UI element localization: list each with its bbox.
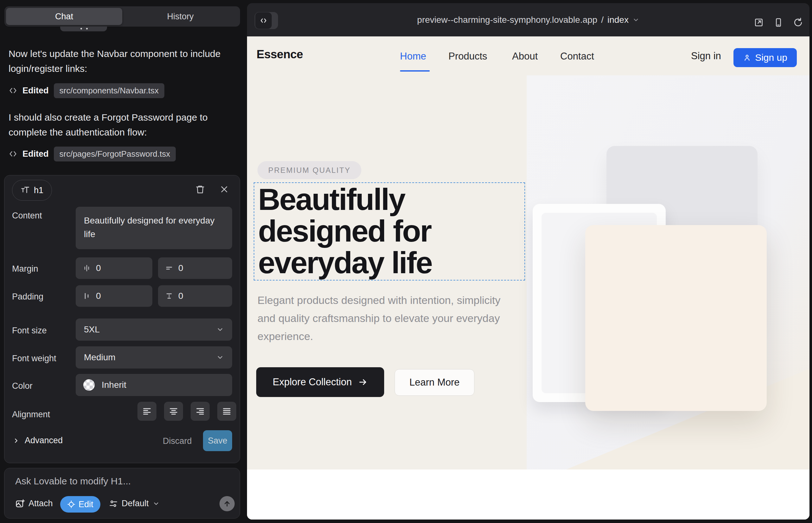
chevron-right-icon [13, 437, 20, 444]
chrome-actions [754, 17, 803, 28]
site-viewport: Essence Home Products About Contact Sign… [247, 36, 810, 520]
align-justify-button[interactable] [217, 402, 236, 421]
explore-collection-button[interactable]: Explore Collection [256, 367, 384, 397]
edited-label: Edited [22, 149, 49, 159]
type-icon [21, 186, 30, 195]
chat-message: I should also create a Forgot Password p… [8, 110, 232, 140]
padding-y-input[interactable]: 0 [158, 285, 232, 307]
nav-link-products[interactable]: Products [448, 51, 487, 62]
advanced-label: Advanced [25, 436, 63, 446]
margin-y-value: 0 [178, 263, 183, 273]
color-label: Color [12, 381, 33, 391]
code-icon [8, 149, 17, 158]
padding-x-input[interactable]: 0 [76, 285, 152, 307]
sign-up-button[interactable]: Sign up [734, 48, 797, 67]
app-root: Chat History Now let's update the Navbar… [0, 0, 812, 523]
color-picker[interactable]: Inherit [76, 374, 232, 396]
tab-history[interactable]: History [122, 8, 239, 25]
margin-y-icon [165, 264, 173, 272]
content-input[interactable]: Beautifully designed for everyday life [76, 207, 232, 249]
tab-chat[interactable]: Chat [6, 8, 122, 25]
edited-label: Edited [22, 86, 49, 96]
margin-x-value: 0 [96, 263, 101, 273]
learn-more-button[interactable]: Learn More [394, 369, 474, 396]
file-badge[interactable]: src/pages/ForgotPassword.tsx [54, 147, 176, 161]
file-badge[interactable]: src/components/Navbar.tsx [54, 83, 165, 98]
edit-target-icon [67, 500, 75, 508]
refresh-button[interactable] [793, 17, 803, 28]
chevron-down-icon [632, 16, 639, 23]
attach-label: Attach [29, 499, 53, 508]
sliders-icon [109, 499, 118, 508]
edited-file-row[interactable]: Edited src/components/Navbar.tsx [8, 83, 164, 98]
nav-link-home[interactable]: Home [400, 51, 426, 62]
close-panel-button[interactable] [218, 184, 230, 195]
browser-preview: preview--charming-site-symphony.lovable.… [247, 3, 810, 520]
alignment-label: Alignment [12, 410, 50, 419]
chat-message: Now let's update the Navbar component to… [8, 46, 232, 76]
delete-element-button[interactable] [194, 184, 206, 195]
hero-heading[interactable]: Beautifully designed for everyday life [258, 184, 518, 278]
font-size-value: 5XL [84, 325, 100, 335]
edited-file-row[interactable]: Edited src/pages/ForgotPassword.tsx [8, 146, 176, 161]
chat-composer: Ask Lovable to modify H1... Attach Edit … [4, 468, 240, 519]
margin-x-icon [83, 264, 91, 272]
margin-y-input[interactable]: 0 [158, 257, 232, 279]
advanced-toggle[interactable]: Advanced [13, 436, 63, 446]
url-separator: / [601, 15, 604, 25]
element-tag: h1 [34, 185, 43, 195]
open-external-button[interactable] [754, 17, 764, 28]
font-weight-select[interactable]: Medium [76, 346, 232, 368]
attach-icon [15, 499, 25, 508]
nav-link-contact[interactable]: Contact [560, 51, 594, 62]
padding-label: Padding [12, 292, 43, 302]
edit-label: Edit [78, 500, 93, 509]
margin-label: Margin [12, 264, 38, 274]
site-logo[interactable]: Essence [257, 48, 303, 61]
explore-collection-label: Explore Collection [273, 376, 352, 388]
align-right-button[interactable] [191, 402, 210, 421]
selected-element-outline[interactable]: Beautifully designed for everyday life [254, 182, 525, 281]
active-nav-underline [400, 70, 430, 72]
decorative-card-cream [585, 225, 767, 411]
element-tag-pill: h1 [12, 180, 52, 201]
code-icon [8, 86, 17, 95]
scrolled-message-fragment [60, 26, 107, 31]
chat-history-tabs: Chat History [4, 6, 240, 26]
font-weight-value: Medium [84, 353, 116, 362]
chevron-down-icon [153, 500, 160, 507]
section-below-hero [247, 469, 810, 520]
discard-button[interactable]: Discard [163, 436, 192, 446]
align-center-button[interactable] [164, 402, 183, 421]
edit-mode-button[interactable]: Edit [60, 496, 100, 512]
premium-quality-badge: PREMIUM QUALITY [258, 161, 361, 179]
chevron-down-icon [216, 326, 224, 333]
font-size-select[interactable]: 5XL [76, 319, 232, 341]
mobile-view-button[interactable] [773, 17, 783, 28]
font-weight-label: Font weight [12, 354, 56, 363]
sign-up-label: Sign up [755, 52, 787, 63]
send-button[interactable] [219, 496, 235, 511]
transparent-swatch [83, 379, 95, 391]
save-button[interactable]: Save [203, 430, 232, 451]
color-value: Inherit [102, 380, 126, 390]
mode-label: Default [122, 499, 149, 508]
url-page: index [607, 15, 629, 25]
padding-x-icon [83, 292, 91, 300]
align-left-button[interactable] [138, 402, 156, 421]
element-editor-panel: h1 Content Beautifully designed for ever… [4, 175, 240, 463]
nav-link-about[interactable]: About [512, 51, 538, 62]
hero-paragraph: Elegant products designed with intention… [258, 291, 501, 345]
sign-in-link[interactable]: Sign in [691, 50, 721, 62]
url-bar[interactable]: preview--charming-site-symphony.lovable.… [247, 3, 810, 36]
font-size-label: Font size [12, 326, 47, 336]
content-label: Content [12, 211, 42, 221]
margin-x-input[interactable]: 0 [76, 257, 152, 279]
mode-select[interactable]: Default [109, 499, 160, 508]
attach-button[interactable]: Attach [15, 499, 53, 508]
padding-x-value: 0 [96, 291, 101, 301]
user-icon [743, 54, 751, 62]
composer-input[interactable]: Ask Lovable to modify H1... [15, 476, 131, 487]
padding-y-value: 0 [178, 291, 183, 301]
arrow-right-icon [358, 377, 368, 387]
